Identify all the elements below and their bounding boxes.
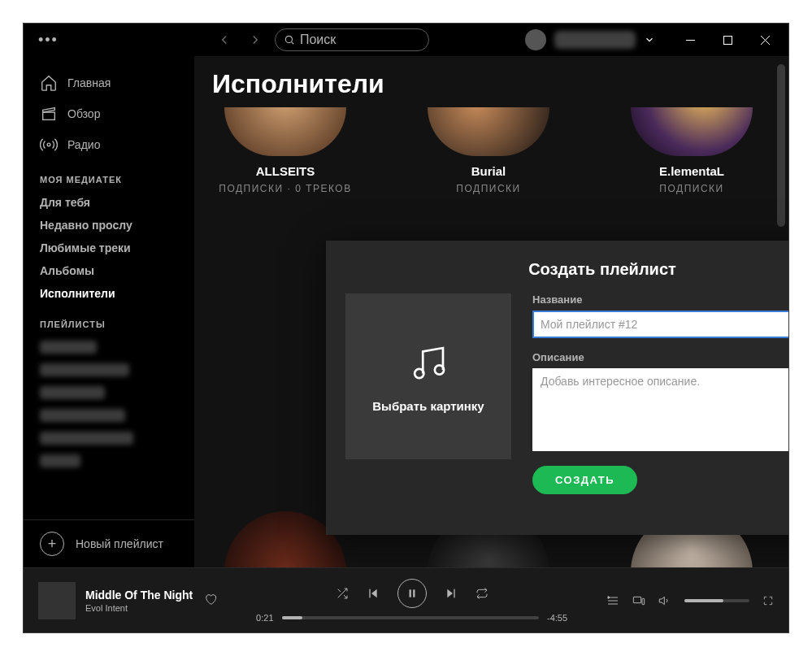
svg-point-7 — [47, 143, 50, 146]
name-label: Название — [532, 293, 788, 306]
playlist-item-blurred[interactable] — [40, 409, 125, 422]
next-button[interactable] — [445, 587, 458, 600]
heart-icon — [204, 593, 217, 606]
nav-forward-button[interactable] — [244, 28, 267, 51]
play-pause-button[interactable] — [397, 579, 427, 608]
plus-icon: + — [40, 532, 64, 556]
skip-forward-icon — [445, 587, 458, 600]
artist-card[interactable]: E.lementaL ПОДПИСКИ — [619, 107, 765, 194]
previous-button[interactable] — [367, 587, 380, 600]
svg-rect-15 — [413, 589, 415, 597]
playlist-item-blurred[interactable] — [40, 432, 133, 445]
page-title: Исполнители — [212, 69, 788, 99]
new-playlist-button[interactable]: + Новый плейлист — [24, 520, 194, 567]
artist-subtitle: ПОДПИСКИ — [659, 183, 723, 194]
artist-subtitle: ПОДПИСКИ — [456, 183, 520, 194]
volume-button[interactable] — [658, 594, 671, 607]
speaker-icon — [658, 594, 671, 607]
playlists-section-title: ПЛЕЙЛИСТЫ — [24, 305, 194, 336]
artist-subtitle: ПОДПИСКИ · 0 ТРЕКОВ — [219, 183, 351, 194]
sidebar-item-home[interactable]: Главная — [24, 67, 194, 98]
window-close-button[interactable] — [746, 26, 784, 54]
chevron-down-icon — [644, 34, 655, 46]
nav-back-button[interactable] — [213, 28, 236, 51]
svg-marker-21 — [608, 596, 610, 598]
app-menu-dots[interactable]: ••• — [38, 32, 59, 49]
devices-button[interactable] — [632, 594, 645, 607]
svg-marker-16 — [447, 589, 453, 597]
queue-icon — [606, 594, 619, 607]
user-menu[interactable] — [525, 29, 655, 50]
playlist-item-blurred[interactable] — [40, 341, 97, 354]
search-placeholder: Поиск — [300, 33, 336, 47]
player-bar: Middle Of The Night Evol Intent — [24, 567, 788, 632]
sidebar-item-browse[interactable]: Обзор — [24, 98, 194, 129]
main-content: Исполнители ALLSEITS ПОДПИСКИ · 0 ТРЕКОВ… — [194, 56, 788, 567]
username-blurred — [554, 31, 636, 49]
shuffle-button[interactable] — [336, 587, 349, 600]
nav-label: Главная — [67, 76, 111, 89]
artist-image — [224, 107, 346, 156]
volume-slider[interactable] — [684, 599, 749, 602]
expand-icon — [762, 595, 774, 606]
repeat-icon — [475, 587, 489, 600]
svg-rect-23 — [642, 598, 645, 604]
artist-image — [631, 107, 753, 156]
description-label: Описание — [532, 351, 788, 363]
devices-icon — [632, 594, 645, 607]
library-item-liked[interactable]: Любимые треки — [24, 237, 194, 259]
home-icon — [40, 74, 58, 92]
like-button[interactable] — [204, 593, 217, 608]
skip-back-icon — [367, 587, 380, 600]
artist-card[interactable]: ALLSEITS ПОДПИСКИ · 0 ТРЕКОВ — [212, 107, 358, 194]
library-item-artists[interactable]: Исполнители — [24, 282, 194, 305]
seek-bar[interactable] — [282, 616, 540, 619]
svg-rect-17 — [454, 589, 454, 597]
library-item-albums[interactable]: Альбомы — [24, 259, 194, 282]
pause-icon — [406, 588, 418, 599]
search-input[interactable]: Поиск — [275, 28, 429, 51]
artist-name: E.lementaL — [659, 164, 724, 178]
fullscreen-button[interactable] — [762, 595, 774, 606]
svg-rect-6 — [43, 112, 55, 119]
queue-button[interactable] — [606, 594, 619, 607]
browse-icon — [40, 105, 58, 123]
create-playlist-modal: Создать плейлист Выбрать картинку Назван… — [326, 241, 788, 535]
playlist-description-input[interactable] — [532, 368, 788, 451]
image-picker[interactable]: Выбрать картинку — [345, 293, 511, 459]
window-minimize-button[interactable] — [671, 26, 709, 54]
svg-rect-14 — [409, 589, 410, 597]
new-playlist-label: Новый плейлист — [76, 537, 163, 550]
playlist-item-blurred[interactable] — [40, 386, 105, 399]
music-note-icon — [406, 341, 450, 384]
artist-card[interactable]: Burial ПОДПИСКИ — [415, 107, 562, 194]
image-picker-label: Выбрать картинку — [372, 399, 484, 413]
sidebar: Главная Обзор Радио МОЯ МЕДИАТЕК Для теб… — [24, 56, 194, 567]
modal-title: Создать плейлист — [345, 260, 788, 279]
elapsed-time: 0:21 — [256, 613, 273, 623]
shuffle-icon — [336, 587, 349, 600]
library-item-recent[interactable]: Недавно прослу — [24, 214, 194, 237]
playlist-item-blurred[interactable] — [40, 363, 129, 376]
nav-label: Радио — [67, 138, 100, 151]
create-button[interactable]: СОЗДАТЬ — [532, 466, 637, 494]
track-artist[interactable]: Evol Intent — [85, 603, 193, 613]
svg-marker-12 — [371, 589, 377, 597]
artist-image — [428, 107, 549, 156]
search-icon — [284, 34, 295, 46]
playlist-item-blurred[interactable] — [40, 454, 80, 467]
library-item-for-you[interactable]: Для тебя — [24, 191, 194, 214]
sidebar-item-radio[interactable]: Радио — [24, 129, 194, 160]
library-section-title: МОЯ МЕДИАТЕК — [24, 160, 194, 191]
artist-name: ALLSEITS — [256, 164, 315, 178]
track-title[interactable]: Middle Of The Night — [85, 589, 193, 602]
scrollbar-thumb[interactable] — [777, 64, 785, 227]
playlist-name-input[interactable] — [532, 311, 788, 338]
window-maximize-button[interactable] — [709, 26, 746, 54]
titlebar: ••• Поиск — [24, 24, 788, 56]
repeat-button[interactable] — [475, 587, 489, 600]
track-thumbnail[interactable] — [38, 582, 76, 619]
svg-rect-22 — [633, 597, 640, 602]
remaining-time: -4:55 — [547, 613, 567, 623]
svg-line-1 — [292, 42, 294, 45]
